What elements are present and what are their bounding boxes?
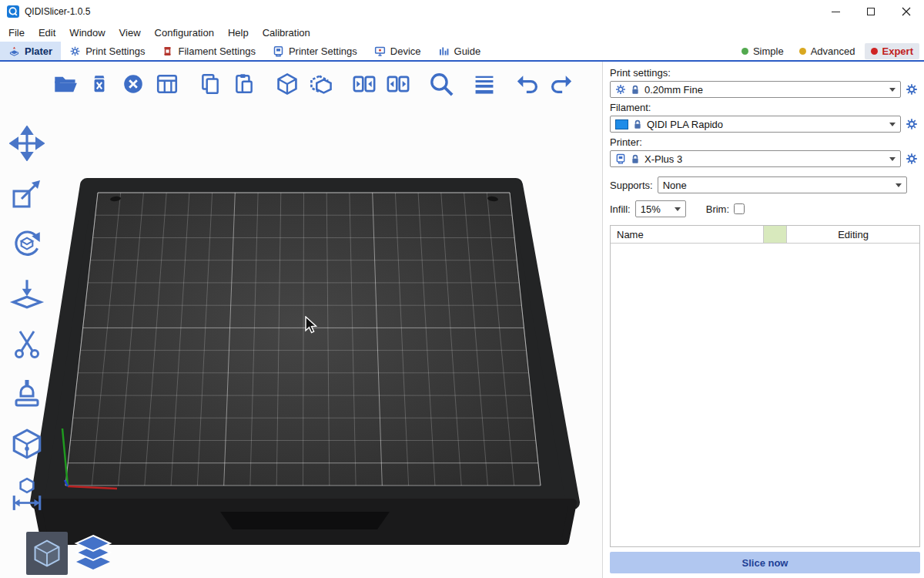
lock-icon [631,85,640,95]
copy-icon [199,72,222,96]
object-list-body[interactable] [611,244,919,546]
tab-label: Plater [25,45,52,57]
object-list-header: Name Editing [611,226,919,244]
chevron-down-icon [675,207,681,211]
gear-icon [906,83,918,96]
remove-instance-button[interactable] [305,68,336,99]
arrange-icon [156,72,179,96]
tab-filament-settings[interactable]: Filament Settings [153,42,263,60]
titlebar: QIDISlicer-1.0.5 [0,0,924,23]
tab-guide[interactable]: Guide [430,42,490,60]
tab-label: Filament Settings [178,45,255,57]
split-parts-button[interactable] [382,68,413,99]
menu-help[interactable]: Help [221,25,256,41]
filament-label: Filament: [610,102,920,113]
3d-editor-view-button[interactable] [26,532,68,575]
mode-simple[interactable]: Simple [735,43,790,59]
menu-file[interactable]: File [2,25,32,41]
paint-supports-icon [10,377,44,411]
undo-icon [515,72,540,96]
print-settings-combo[interactable]: 0.20mm Fine [610,81,901,98]
move-button[interactable] [5,123,49,163]
redo-button[interactable] [545,68,577,99]
object-list[interactable]: Name Editing [610,225,920,547]
arrange-button[interactable] [151,68,182,99]
scale-button[interactable] [5,173,49,213]
menu-edit[interactable]: Edit [32,25,62,41]
column-extruder[interactable] [764,226,787,243]
3d-viewport[interactable] [0,62,603,578]
supports-value: None [663,180,687,191]
layers-icon [73,534,113,573]
maximize-icon [867,8,875,15]
seam-button[interactable] [5,424,49,464]
paste-button[interactable] [228,68,259,99]
menu-window[interactable]: Window [62,25,112,41]
printer-combo[interactable]: X-Plus 3 [610,150,901,167]
tab-device[interactable]: Device [366,42,430,60]
delete-icon [88,72,111,96]
maximize-button[interactable] [853,0,889,23]
tab-print-settings[interactable]: Print Settings [61,42,153,60]
brim-label: Brim: [706,203,729,215]
column-editing[interactable]: Editing [787,226,919,243]
rotate-button[interactable] [5,223,49,264]
move-icon [9,126,45,161]
rotate-icon [9,226,45,261]
delete-all-button[interactable] [117,68,149,99]
printer-settings-icon [273,45,284,57]
expert-mode-dot-icon [871,48,878,55]
cut-button[interactable] [5,324,49,364]
supports-combo[interactable]: None [658,176,907,193]
place-on-face-button[interactable] [5,274,49,314]
print-settings-label: Print settings: [610,67,920,79]
search-icon [427,70,455,98]
plater-icon [8,45,20,57]
mode-expert[interactable]: Expert [865,43,919,59]
infill-combo[interactable]: 15% [635,200,686,217]
menu-view[interactable]: View [112,25,148,41]
delete-button[interactable] [83,68,115,99]
undo-button[interactable] [511,68,543,99]
print-bed-canvas[interactable] [0,62,603,578]
variable-layer-height-icon [472,72,497,96]
measure-button[interactable] [5,474,49,514]
printer-value: X-Plus 3 [644,153,682,165]
variable-layer-height-button[interactable] [468,68,500,99]
mode-label: Advanced [811,45,855,57]
paste-icon [233,72,256,96]
split-objects-icon [352,72,377,96]
preview-layers-view-button[interactable] [72,532,114,575]
close-button[interactable] [889,0,924,23]
mode-label: Expert [882,45,913,57]
filament-combo[interactable]: QIDI PLA Rapido [610,116,901,133]
add-instance-button[interactable] [271,68,303,99]
gear-icon [906,118,918,130]
seam-icon [9,426,45,462]
brim-checkbox[interactable] [734,203,745,214]
search-button[interactable] [425,68,457,99]
menu-configuration[interactable]: Configuration [148,25,221,41]
tab-printer-settings[interactable]: Printer Settings [264,42,366,60]
printer-gear-button[interactable] [903,150,920,167]
scale-icon [10,176,44,210]
menubar: File Edit Window View Configuration Help… [0,23,924,42]
mode-advanced[interactable]: Advanced [793,43,862,59]
minimize-icon [832,12,840,12]
column-name[interactable]: Name [611,226,764,243]
tab-plater[interactable]: Plater [0,42,61,60]
slice-now-button[interactable]: Slice now [610,552,920,573]
split-objects-button[interactable] [348,68,380,99]
print-settings-gear-button[interactable] [903,81,920,98]
menu-calibration[interactable]: Calibration [256,25,317,41]
filament-gear-button[interactable] [903,116,920,133]
simple-mode-dot-icon [742,48,748,55]
paint-supports-button[interactable] [5,374,49,414]
infill-value: 15% [641,203,661,215]
guide-icon [438,45,450,57]
tabbar: Plater Print Settings Filament Settings … [0,42,924,62]
gear-icon [615,84,626,95]
open-button[interactable] [49,68,81,99]
minimize-button[interactable] [818,0,853,23]
copy-button[interactable] [194,68,226,99]
